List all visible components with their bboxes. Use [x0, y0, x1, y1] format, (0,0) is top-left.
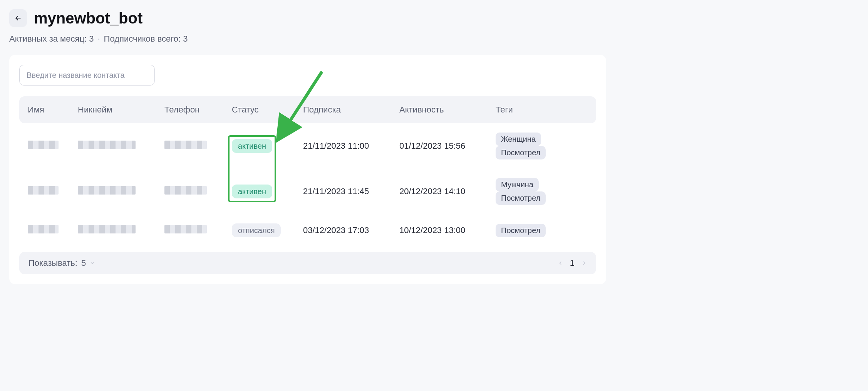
col-status[interactable]: Статус — [223, 96, 295, 123]
page-size-select[interactable]: Показывать: 5 — [28, 258, 95, 268]
stats-row: Активных за месяц: 3 · Подписчиков всего… — [9, 34, 606, 44]
col-name[interactable]: Имя — [19, 96, 69, 123]
pager-next[interactable] — [581, 260, 587, 266]
subscription-value: 21/11/2023 11:45 — [295, 169, 391, 214]
tag-badge[interactable]: Посмотрел — [496, 146, 546, 159]
stat-separator: · — [97, 34, 100, 44]
tag-badge[interactable]: Посмотрел — [496, 191, 546, 205]
redacted-value — [28, 186, 59, 195]
stat-total-subs: Подписчиков всего: 3 — [104, 34, 188, 44]
tag-badge[interactable]: Женщина — [496, 133, 541, 146]
pager-prev[interactable] — [558, 260, 563, 266]
redacted-value — [28, 225, 59, 233]
activity-value: 20/12/2023 14:10 — [391, 169, 487, 214]
col-activity[interactable]: Активность — [391, 96, 487, 123]
tag-badge[interactable]: Мужчина — [496, 178, 539, 191]
page-size-label: Показывать: — [28, 258, 77, 268]
tags-cell: МужчинаПосмотрел — [487, 169, 596, 214]
redacted-value — [78, 141, 136, 149]
search-input[interactable] — [19, 65, 155, 86]
contacts-card: Имя Никнейм Телефон Статус Подписка Акти… — [9, 55, 606, 284]
status-badge: активен — [232, 139, 272, 153]
redacted-value — [78, 225, 136, 233]
table-row[interactable]: активен21/11/2023 11:4520/12/2023 14:10М… — [19, 169, 596, 214]
tag-badge[interactable]: Посмотрел — [496, 224, 546, 237]
page-size-value: 5 — [81, 258, 86, 268]
col-phone[interactable]: Телефон — [156, 96, 223, 123]
pager-current: 1 — [570, 258, 575, 268]
back-button[interactable] — [9, 9, 27, 27]
chevron-down-icon — [90, 260, 95, 266]
table-row[interactable]: отписался03/12/2023 17:0310/12/2023 13:0… — [19, 214, 596, 247]
table-footer: Показывать: 5 1 — [19, 252, 596, 274]
arrow-left-icon — [14, 14, 22, 22]
redacted-value — [164, 141, 207, 149]
contacts-table: Имя Никнейм Телефон Статус Подписка Акти… — [19, 96, 596, 247]
redacted-value — [164, 186, 207, 195]
tags-cell: ЖенщинаПосмотрел — [487, 123, 596, 169]
activity-value: 01/12/2023 15:56 — [391, 123, 487, 169]
pager: 1 — [558, 258, 587, 268]
redacted-value — [28, 141, 59, 149]
redacted-value — [164, 225, 207, 233]
subscription-value: 03/12/2023 17:03 — [295, 214, 391, 247]
status-badge: активен — [232, 185, 272, 198]
tags-cell: Посмотрел — [487, 214, 596, 247]
redacted-value — [78, 186, 136, 195]
page-title: mynewbot_bot — [34, 10, 142, 27]
subscription-value: 21/11/2023 11:00 — [295, 123, 391, 169]
col-nickname[interactable]: Никнейм — [69, 96, 156, 123]
col-subscription[interactable]: Подписка — [295, 96, 391, 123]
stat-active-month: Активных за месяц: 3 — [9, 34, 94, 44]
activity-value: 10/12/2023 13:00 — [391, 214, 487, 247]
col-tags[interactable]: Теги — [487, 96, 596, 123]
status-badge: отписался — [232, 223, 281, 237]
table-row[interactable]: активен21/11/2023 11:0001/12/2023 15:56Ж… — [19, 123, 596, 169]
